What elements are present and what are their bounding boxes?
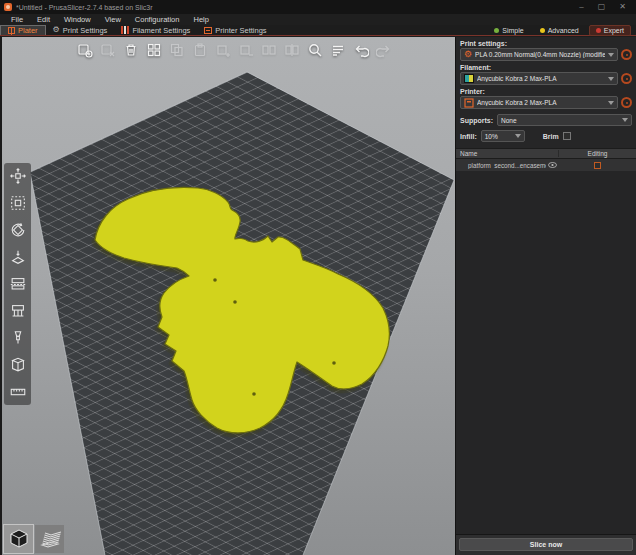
filament-select[interactable]: Anycubic Kobra 2 Max-PLA	[460, 72, 618, 85]
split-objects-button[interactable]	[260, 41, 277, 58]
model-hole	[233, 300, 237, 304]
mode-advanced-button[interactable]: Advanced	[534, 26, 585, 35]
edit-print-preset-button[interactable]	[621, 49, 632, 60]
menu-file[interactable]: File	[4, 14, 30, 25]
simple-mode-dot-icon	[494, 28, 499, 33]
undo-button[interactable]	[352, 41, 369, 58]
maximize-button[interactable]: ▢	[598, 0, 606, 14]
printer-row: Anycubic Kobra 2 Max-PLA	[456, 96, 636, 109]
mode-advanced-label: Advanced	[548, 27, 579, 34]
delete-all-button[interactable]	[122, 41, 139, 58]
copy-button[interactable]	[168, 41, 185, 58]
move-gizmo-button[interactable]	[8, 166, 28, 186]
paste-button[interactable]	[191, 41, 208, 58]
chevron-down-icon	[608, 53, 614, 57]
infill-label: Infill:	[460, 133, 477, 140]
brim-label: Brim	[543, 133, 559, 140]
scene-canvas	[2, 37, 455, 555]
menu-help[interactable]: Help	[186, 14, 215, 25]
settings-panel: Print settings: ⚙ PLA 0.20mm Normal(0.4m…	[455, 37, 636, 555]
name-column-header: Name	[456, 150, 559, 157]
tab-printer-settings[interactable]: Printer Settings	[197, 25, 273, 35]
edit-object-button[interactable]	[594, 162, 601, 169]
close-button[interactable]: ✕	[619, 0, 626, 14]
tab-plater[interactable]: Plater	[0, 25, 46, 35]
tab-print-settings-label: Print Settings	[63, 26, 108, 35]
tab-printer-settings-label: Printer Settings	[215, 26, 266, 35]
remove-instance-button[interactable]	[237, 41, 254, 58]
app-logo-icon	[4, 3, 12, 11]
delete-model-button[interactable]	[99, 41, 116, 58]
menu-view[interactable]: View	[98, 14, 128, 25]
supports-select[interactable]: None	[497, 114, 632, 126]
title-bar: *Untitled - PrusaSlicer-2.7.4 based on S…	[0, 0, 636, 14]
gizmo-toolbar	[4, 163, 31, 405]
fdm-supports-button[interactable]	[8, 301, 28, 321]
printer-icon	[204, 27, 212, 34]
edit-printer-preset-button[interactable]	[621, 97, 632, 108]
arrange-button[interactable]	[145, 41, 162, 58]
editing-column-header: Editing	[559, 150, 636, 157]
printer-icon	[464, 98, 474, 108]
object-list: Name Editing platform_second...encasemen…	[456, 148, 636, 171]
brim-checkbox[interactable]	[563, 132, 571, 140]
add-instance-button[interactable]	[214, 41, 231, 58]
infill-select[interactable]: 10%	[481, 130, 525, 142]
tab-filament-settings[interactable]: Filament Settings	[114, 25, 197, 35]
filament-icon	[121, 26, 129, 34]
chevron-down-icon	[515, 134, 521, 138]
model-hole	[213, 278, 217, 282]
mode-switcher: Simple Advanced Expert	[488, 25, 636, 35]
split-parts-button[interactable]	[283, 41, 300, 58]
print-settings-value: PLA 0.20mm Normal(0.4mm Nozzle) (modifie…	[475, 51, 605, 58]
gear-icon: ⚙	[53, 26, 60, 34]
print-settings-label: Print settings:	[456, 37, 636, 48]
cut-tool-button[interactable]	[8, 274, 28, 294]
object-name: platform_second...encasement.stl	[456, 162, 546, 169]
visibility-toggle[interactable]	[546, 162, 559, 168]
filament-color-swatch	[464, 74, 474, 83]
emboss-text-button[interactable]	[8, 355, 28, 375]
rotate-gizmo-button[interactable]	[8, 220, 28, 240]
variable-layer-height-button[interactable]	[329, 41, 346, 58]
chevron-down-icon	[622, 118, 628, 122]
menu-configuration[interactable]: Configuration	[128, 14, 187, 25]
eye-icon	[548, 162, 557, 168]
edit-filament-preset-button[interactable]	[621, 73, 632, 84]
infill-value: 10%	[485, 133, 513, 140]
seam-painting-button[interactable]	[8, 328, 28, 348]
measure-button[interactable]	[8, 382, 28, 402]
filament-label: Filament:	[456, 61, 636, 72]
preview-view-button[interactable]	[35, 525, 64, 553]
printer-value: Anycubic Kobra 2 Max-PLA	[477, 99, 605, 106]
viewport-3d[interactable]	[0, 37, 455, 555]
printer-label: Printer:	[456, 85, 636, 96]
add-model-button[interactable]	[76, 41, 93, 58]
menu-window[interactable]: Window	[57, 14, 98, 25]
menu-bar: File Edit Window View Configuration Help	[0, 14, 636, 25]
mode-simple-button[interactable]: Simple	[488, 26, 529, 35]
chevron-down-icon	[608, 77, 614, 81]
editor-view-button[interactable]	[4, 525, 33, 553]
search-button[interactable]	[306, 41, 323, 58]
redo-button[interactable]	[375, 41, 392, 58]
scale-gizmo-button[interactable]	[8, 193, 28, 213]
slice-now-button[interactable]: Slice now	[459, 538, 633, 551]
object-row[interactable]: platform_second...encasement.stl	[456, 159, 636, 171]
model-hole	[252, 392, 256, 396]
menu-edit[interactable]: Edit	[30, 14, 57, 25]
minimize-button[interactable]: –	[579, 0, 583, 14]
window-title: *Untitled - PrusaSlicer-2.7.4 based on S…	[16, 4, 153, 11]
tab-bar: Plater ⚙ Print Settings Filament Setting…	[0, 25, 636, 36]
mode-expert-button[interactable]: Expert	[589, 25, 631, 36]
prusaslicer-window: *Untitled - PrusaSlicer-2.7.4 based on S…	[0, 0, 636, 555]
gear-icon: ⚙	[464, 50, 472, 59]
infill-row: Infill: 10% Brim	[456, 128, 636, 144]
supports-label: Supports:	[460, 117, 493, 124]
panel-empty-area	[456, 171, 636, 534]
print-settings-select[interactable]: ⚙ PLA 0.20mm Normal(0.4mm Nozzle) (modif…	[460, 48, 618, 61]
place-on-face-button[interactable]	[8, 247, 28, 267]
supports-row: Supports: None	[456, 112, 636, 128]
tab-print-settings[interactable]: ⚙ Print Settings	[46, 25, 115, 35]
printer-select[interactable]: Anycubic Kobra 2 Max-PLA	[460, 96, 618, 109]
